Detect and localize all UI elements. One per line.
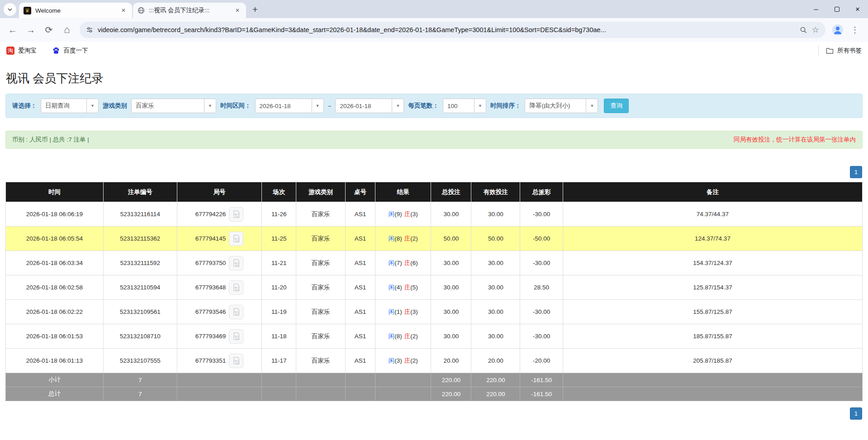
cell-result: 闲(8)庄(2) bbox=[375, 227, 431, 251]
header-game-kind: 游戏类别 bbox=[296, 182, 346, 202]
cell-total-bet: 30.00 bbox=[431, 202, 471, 227]
result-player-score: (4) bbox=[394, 284, 402, 291]
cell-session: 11-20 bbox=[262, 275, 296, 300]
cell-game: 百家乐 bbox=[296, 227, 346, 251]
result-player: 闲 bbox=[389, 357, 395, 364]
folder-icon bbox=[826, 47, 834, 54]
page-1-button[interactable]: 1 bbox=[850, 407, 862, 420]
date-range-label: 时间区间： bbox=[220, 102, 251, 110]
result-player-score: (3) bbox=[394, 357, 402, 364]
video-replay-button[interactable] bbox=[229, 280, 243, 295]
header-result: 结果 bbox=[375, 182, 431, 202]
cell-game: 百家乐 bbox=[296, 202, 346, 227]
sort-select[interactable]: 降幂(由大到小) ▼ bbox=[525, 99, 598, 113]
subtotal-payout: -161.50 bbox=[520, 373, 563, 387]
game-kind-value: 百家乐 bbox=[132, 102, 204, 110]
cell-time: 2026-01-18 06:06:19 bbox=[6, 202, 104, 227]
cell-payout: 28.50 bbox=[520, 275, 563, 300]
subtotal-total-bet: 220.00 bbox=[431, 373, 471, 387]
per-page-select[interactable]: 100 ▼ bbox=[443, 99, 486, 113]
round-id-value: 677793750 bbox=[195, 259, 226, 266]
bookmark-baidu[interactable]: 百度一下 bbox=[52, 47, 88, 55]
total-row: 总计 7 220.00 220.00 -161.50 bbox=[6, 387, 863, 401]
header-payout: 总派彩 bbox=[520, 182, 563, 202]
query-button[interactable]: 查询 bbox=[604, 99, 629, 113]
all-bookmarks-label: 所有书签 bbox=[837, 47, 862, 55]
tab-search-button[interactable] bbox=[4, 3, 16, 16]
profile-avatar[interactable] bbox=[832, 24, 844, 36]
result-banker: 庄 bbox=[404, 260, 411, 266]
forward-button[interactable]: → bbox=[23, 22, 39, 38]
cell-table-no: AS1 bbox=[345, 251, 375, 275]
bet-records-table: 时间 注单编号 局号 场次 游戏类别 桌号 结果 总投注 有效投注 总派彩 备注… bbox=[5, 182, 863, 401]
cell-round-id: 677793750 bbox=[177, 251, 262, 275]
cell-time: 2026-01-18 06:05:54 bbox=[6, 227, 104, 251]
site-settings-icon[interactable] bbox=[86, 26, 93, 33]
tab-betrecord[interactable]: :::视讯 会员下注纪录::: ✕ bbox=[133, 3, 246, 18]
header-table-no: 桌号 bbox=[345, 182, 375, 202]
bookmark-label: 爱淘宝 bbox=[18, 47, 37, 55]
video-replay-button[interactable] bbox=[229, 207, 243, 222]
bookmark-star-icon[interactable]: ☆ bbox=[812, 25, 819, 35]
cell-game: 百家乐 bbox=[296, 349, 346, 373]
tab-close-icon[interactable]: ✕ bbox=[119, 6, 128, 14]
table-row: 2026-01-18 06:06:19 523132116114 6777942… bbox=[6, 202, 863, 227]
query-type-select[interactable]: 日期查询 ▼ bbox=[41, 99, 99, 113]
header-note: 备注 bbox=[563, 182, 862, 202]
cell-note: 205.87/185.87 bbox=[563, 349, 862, 373]
cell-valid-bet: 50.00 bbox=[471, 227, 520, 251]
cell-bet-id: 523132110594 bbox=[103, 275, 177, 300]
chevron-down-icon: ▼ bbox=[474, 99, 486, 113]
header-total-bet: 总投注 bbox=[431, 182, 471, 202]
date-start-input[interactable]: 2026-01-18 ▼ bbox=[255, 99, 324, 113]
reload-button[interactable]: ⟳ bbox=[41, 22, 57, 38]
baidu-paw-icon bbox=[52, 47, 60, 55]
cell-payout: -50.00 bbox=[520, 227, 563, 251]
round-id-value: 677794226 bbox=[195, 210, 226, 217]
close-window-button[interactable]: ✕ bbox=[847, 0, 868, 18]
cell-session: 11-19 bbox=[262, 300, 296, 324]
result-player: 闲 bbox=[389, 333, 395, 340]
back-button[interactable]: ← bbox=[5, 22, 21, 38]
table-row: 2026-01-18 06:03:34 523132111592 6777937… bbox=[6, 251, 863, 275]
header-time: 时间 bbox=[6, 182, 104, 202]
minimize-button[interactable]: ─ bbox=[806, 0, 826, 18]
sort-label: 时间排序： bbox=[490, 102, 521, 110]
video-replay-button[interactable] bbox=[229, 354, 243, 368]
cell-result: 闲(7)庄(6) bbox=[375, 251, 431, 275]
result-player: 闲 bbox=[389, 235, 395, 242]
address-bar[interactable]: videoie.com/game/betrecord_search/kind3?… bbox=[80, 22, 825, 38]
video-replay-button[interactable] bbox=[229, 329, 243, 344]
browser-toolbar: ← → ⟳ ⌂ videoie.com/game/betrecord_searc… bbox=[0, 18, 868, 42]
bookmark-taobao[interactable]: 淘 爱淘宝 bbox=[6, 47, 37, 55]
video-replay-button[interactable] bbox=[229, 232, 243, 246]
window-controls: ─ ✕ bbox=[806, 0, 868, 18]
cell-total-bet: 30.00 bbox=[431, 300, 471, 324]
cell-total-bet: 30.00 bbox=[431, 275, 471, 300]
page-1-button[interactable]: 1 bbox=[850, 166, 862, 178]
all-bookmarks[interactable]: 所有书签 bbox=[818, 46, 862, 56]
result-player: 闲 bbox=[389, 308, 395, 315]
zoom-icon[interactable] bbox=[800, 26, 807, 34]
date-end-input[interactable]: 2026-01-18 ▼ bbox=[335, 99, 404, 113]
cell-payout: -30.00 bbox=[520, 251, 563, 275]
tab-title: :::视讯 会员下注纪录::: bbox=[149, 6, 233, 14]
chevron-down-icon: ▼ bbox=[392, 99, 403, 113]
home-button[interactable]: ⌂ bbox=[59, 22, 75, 38]
header-valid-bet: 有效投注 bbox=[471, 182, 520, 202]
video-replay-button[interactable] bbox=[229, 305, 243, 319]
tab-welcome[interactable]: ♛ Welcome ✕ bbox=[19, 3, 132, 18]
tab-close-icon[interactable]: ✕ bbox=[233, 6, 242, 14]
maximize-button[interactable] bbox=[826, 0, 847, 18]
new-tab-button[interactable]: + bbox=[249, 3, 261, 16]
game-kind-select[interactable]: 百家乐 ▼ bbox=[131, 99, 216, 113]
page-title: 视讯 会员下注纪录 bbox=[6, 71, 868, 86]
result-banker-score: (2) bbox=[410, 357, 418, 364]
browser-menu-icon[interactable]: ⋮ bbox=[848, 25, 862, 35]
table-row: 2026-01-18 06:01:53 523132108710 6777934… bbox=[6, 324, 863, 349]
video-replay-button[interactable] bbox=[229, 256, 243, 270]
cell-time: 2026-01-18 06:02:22 bbox=[6, 300, 104, 324]
valid-bet-notice: 同局有效投注，统一计算在该局第一张注单内 bbox=[734, 136, 856, 144]
chevron-down-icon bbox=[7, 7, 13, 12]
cell-table-no: AS1 bbox=[345, 202, 375, 227]
